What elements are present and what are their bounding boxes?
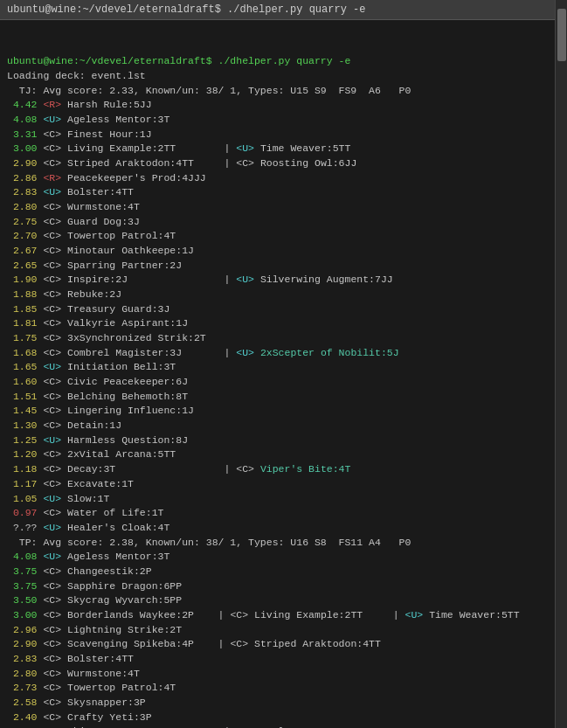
scrollbar[interactable] [555, 0, 567, 728]
terminal-line: 2.83 <U> Bolster:4TT [7, 185, 560, 200]
terminal-span: <C> [236, 463, 254, 475]
terminal-line: 1.17 <C> Excavate:1T [7, 477, 560, 492]
terminal-span: Sapphire Dragon:6PP [61, 580, 182, 592]
terminal-line: 1.60 <C> Civic Peacekeeper:6J [7, 375, 560, 390]
terminal-span: <C> [43, 609, 61, 621]
terminal-span: <C> [43, 128, 61, 140]
terminal-span: 1.65 [7, 361, 43, 372]
terminal-line: 2.90 <C> Striped Araktodon:4TT | <C> Roo… [7, 156, 560, 171]
terminal-line: 3.75 <C> Sapphire Dragon:6PP [7, 579, 560, 594]
terminal-span: <C> [43, 580, 61, 592]
terminal-span: 3xSynchronized Strik:2T [61, 332, 206, 343]
terminal-span: Treasury Guard:3J [61, 303, 169, 315]
terminal-span: Harmless Question:8J [61, 434, 188, 446]
terminal-span: 4.08 [7, 114, 43, 125]
terminal-span: Time Weaver:5TT [423, 609, 519, 621]
terminal-span: Civic Peacekeeper:6J [61, 376, 188, 387]
terminal-span: 2.67 [7, 245, 43, 256]
terminal-line: 4.08 <U> Ageless Mentor:3T [7, 550, 560, 565]
terminal-span: 1.45 [7, 405, 43, 416]
terminal-span: Initiation Bell:3T [61, 361, 176, 372]
terminal-span: <C> [230, 638, 248, 649]
terminal-span: 1.18 [7, 463, 43, 475]
terminal-span: <U> [43, 186, 61, 198]
terminal-span: Wurmstone:4T [61, 668, 140, 679]
terminal-span: Belching Behemoth:8T [61, 391, 188, 402]
terminal-line: 2.73 <C> Towertop Patrol:4T [7, 681, 560, 696]
terminal-span: 3.75 [7, 565, 43, 577]
terminal-span: 2.80 [7, 668, 43, 679]
terminal-span: <C> [43, 347, 61, 358]
terminal-line: TP: Avg score: 2.38, Known/un: 38/ 1, Ty… [7, 536, 560, 551]
terminal-span: Skycrag Wyvarch:5PP [61, 594, 182, 606]
terminal-span: <C> [43, 142, 61, 154]
terminal-span: 1.05 [7, 493, 43, 504]
terminal-span: <C> [43, 405, 61, 416]
terminal-span: 2.90 [7, 157, 43, 169]
terminal-line: 1.51 <C> Belching Behemoth:8T [7, 390, 560, 405]
terminal-span: Combrel Magister:3J | [61, 347, 236, 358]
terminal-line: 3.00 <C> Borderlands Waykee:2P | <C> Liv… [7, 608, 560, 623]
terminal-span: Wurmstone:4T [61, 201, 140, 212]
terminal-span: <C> [43, 448, 61, 460]
terminal-span: <U> [236, 347, 254, 358]
terminal-line: 2.83 <C> Bolster:4TT [7, 652, 560, 667]
terminal-span: Valkyrie Aspirant:1J [61, 317, 188, 329]
terminal-span: 1.88 [7, 288, 43, 300]
terminal-span: 1.17 [7, 478, 43, 489]
terminal-span: 2.96 [7, 624, 43, 635]
terminal-span: <C> [43, 274, 61, 285]
terminal-line: 2.65 <C> Sparring Partner:2J [7, 259, 560, 274]
terminal-line: 1.75 <C> 3xSynchronized Strik:2T [7, 331, 560, 346]
terminal-span: <C> [43, 288, 61, 300]
terminal-span: <R> [43, 172, 61, 184]
terminal-span: <C> [43, 711, 61, 723]
terminal-span: 4.08 [7, 551, 43, 562]
terminal-span: Changeestik:2P [61, 565, 152, 577]
terminal-span: <C> [43, 668, 61, 679]
terminal-span: 2.75 [7, 216, 43, 227]
terminal-span: <C> [43, 419, 61, 431]
terminal-span: Detain:1J [61, 419, 121, 431]
terminal-line: ubuntu@wine:~/vdevel/eternaldraft$ ./dhe… [7, 54, 560, 69]
terminal-span: 2xScepter of Nobilit:5J [254, 347, 399, 358]
terminal-line: 1.05 <U> Slow:1T [7, 492, 560, 507]
terminal-span: 2.65 [7, 260, 43, 271]
terminal-span: 3.00 [7, 609, 43, 621]
terminal-line: 3.75 <C> Changeestik:2P [7, 565, 560, 579]
terminal-line: 3.00 <C> Living Example:2TT | <U> Time W… [7, 142, 560, 156]
terminal-line: 3.50 <C> Skycrag Wyvarch:5PP [7, 593, 560, 608]
terminal-span: <C> [230, 609, 248, 621]
terminal-line: 1.18 <C> Decay:3T | <C> Viper's Bite:4T [7, 462, 560, 477]
terminal-line: 4.42 <R> Harsh Rule:5JJ [7, 98, 560, 113]
terminal-span: 1.30 [7, 419, 43, 431]
terminal-line: 2.70 <C> Towertop Patrol:4T [7, 229, 560, 244]
terminal-span: 1.75 [7, 332, 43, 343]
terminal-span: 3.00 [7, 142, 43, 154]
terminal-span: <C> [43, 463, 61, 475]
terminal-span: <U> [43, 551, 61, 562]
terminal-span: ?.?? [7, 522, 43, 533]
terminal-span: 1.81 [7, 317, 43, 329]
terminal-line: 1.81 <C> Valkyrie Aspirant:1J [7, 316, 560, 331]
terminal-span: 1.85 [7, 303, 43, 315]
terminal-line: 1.68 <C> Combrel Magister:3J | <U> 2xSce… [7, 346, 560, 361]
terminal-span: 2.86 [7, 172, 43, 184]
terminal-span: <U> [43, 114, 61, 125]
terminal-span: <C> [43, 216, 61, 227]
terminal-span: <C> [43, 303, 61, 315]
terminal-span: Healer's Cloak:4T [61, 522, 169, 533]
terminal-span: <C> [43, 230, 61, 241]
terminal-span: 1.90 [7, 274, 43, 285]
terminal-span: <U> [43, 434, 61, 446]
scrollbar-thumb[interactable] [557, 9, 566, 61]
terminal-span: Skysnapper:3P [61, 697, 146, 708]
terminal-span: Ageless Mentor:3T [61, 114, 169, 125]
terminal-span: Water of Life:1T [61, 507, 163, 518]
terminal-span: <C> [43, 565, 61, 577]
terminal-line: 2.75 <C> Guard Dog:3J [7, 215, 560, 230]
terminal-span: Inspire:2J | [61, 274, 236, 285]
terminal-line: 2.86 <R> Peacekeeper's Prod:4JJJ [7, 171, 560, 186]
terminal-span: 2.58 [7, 697, 43, 708]
terminal-span: Peacekeeper's Prod:4JJJ [61, 172, 206, 184]
